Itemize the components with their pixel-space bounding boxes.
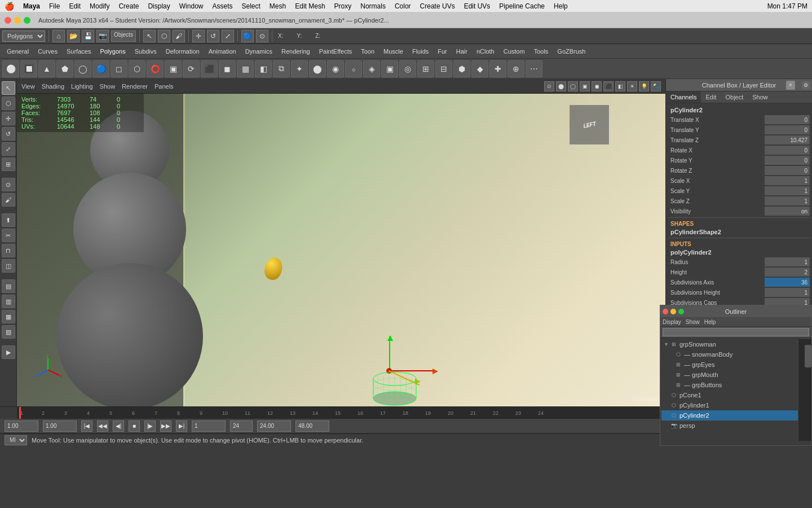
move-icon[interactable]: ✛: [192, 30, 205, 42]
vp-light-1[interactable]: ☀: [627, 81, 637, 91]
rotate-tool[interactable]: ↺: [2, 127, 15, 141]
vp-menu-view[interactable]: View: [21, 83, 35, 90]
outliner-close[interactable]: [663, 309, 668, 314]
vp-tool-2[interactable]: ⬤: [556, 81, 566, 91]
menu-assets[interactable]: Assets: [212, 2, 232, 10]
render-tool[interactable]: ▶: [2, 345, 15, 359]
shelf-icon-5[interactable]: ◯: [74, 60, 91, 77]
camera-icon[interactable]: 📷: [96, 30, 109, 42]
bevel-tool[interactable]: ◫: [2, 259, 15, 273]
menu-mesh[interactable]: Mesh: [270, 2, 286, 10]
menu-edit-mesh[interactable]: Edit Mesh: [295, 2, 325, 10]
outliner-scrollbar-thumb[interactable]: [805, 345, 811, 367]
ol-item-grpmouth[interactable]: ⊞ — grpMouth: [661, 370, 810, 380]
minimize-button[interactable]: [14, 17, 21, 24]
soft-select-tool[interactable]: ⊙: [2, 178, 15, 191]
menu-create[interactable]: Create: [118, 2, 139, 10]
display-2-tool[interactable]: ▥: [2, 295, 15, 308]
vp-tool-1[interactable]: ⊙: [544, 81, 554, 91]
ch-value-sx[interactable]: [765, 176, 810, 185]
shelf-icon-14[interactable]: ▦: [237, 60, 254, 77]
lasso-tool[interactable]: ⬡: [2, 97, 15, 110]
ch-value-tz[interactable]: [765, 135, 810, 144]
paint-icon[interactable]: 🖌: [173, 30, 185, 42]
outliner-menu-show[interactable]: Show: [686, 319, 700, 325]
ol-item-grpbuttons[interactable]: ⊞ — grpButtons: [661, 380, 810, 390]
channel-box-settings[interactable]: ⚙: [802, 81, 810, 89]
menu-pipeline[interactable]: Pipeline Cache: [499, 2, 545, 10]
move-tool[interactable]: ✛: [2, 112, 15, 125]
tab-deformation[interactable]: Deformation: [161, 46, 204, 57]
menu-select[interactable]: Select: [242, 2, 261, 10]
shelf-icon-7[interactable]: ◻: [111, 60, 127, 77]
shelf-icon-26[interactable]: ⬢: [453, 60, 470, 77]
vp-tool-4[interactable]: ▣: [580, 81, 590, 91]
cb-tab-channels[interactable]: Channels: [666, 91, 701, 103]
display-4-tool[interactable]: ▧: [2, 325, 15, 339]
nav-cube[interactable]: LEFT: [570, 105, 609, 144]
menu-edit-uvs[interactable]: Edit UVs: [464, 2, 491, 10]
shelf-icon-25[interactable]: ⊟: [435, 60, 452, 77]
select-icon[interactable]: ↖: [143, 30, 156, 42]
shelf-icon-1[interactable]: ⚪: [2, 60, 19, 77]
shelf-icon-3[interactable]: ▲: [38, 60, 55, 77]
lasso-icon[interactable]: ⬡: [158, 30, 170, 42]
vp-tool-6[interactable]: ⬛: [603, 81, 614, 91]
scale-tool[interactable]: ⤢: [2, 142, 15, 156]
ch-value-vis[interactable]: [765, 207, 810, 216]
outliner-menu-display[interactable]: Display: [663, 319, 681, 325]
vp-tool-3[interactable]: ◯: [568, 81, 578, 91]
menu-color[interactable]: Color: [395, 2, 411, 10]
tab-general[interactable]: General: [2, 46, 33, 57]
ch-value-tx[interactable]: [765, 115, 810, 124]
ol-item-pcylinder1[interactable]: ⬡ pCylinder1: [661, 400, 810, 410]
vp-renderer-icon[interactable]: ◧: [615, 81, 625, 91]
script-mode-selector[interactable]: MEL: [5, 435, 27, 445]
shelf-icon-23[interactable]: ◎: [399, 60, 416, 77]
ch-value-subdiv-axis[interactable]: [765, 278, 810, 287]
open-icon[interactable]: 📂: [67, 30, 80, 42]
vp-light-3[interactable]: 🔦: [651, 81, 661, 91]
vp-menu-lighting[interactable]: Lighting: [71, 83, 93, 90]
outliner-menu-help[interactable]: Help: [704, 319, 716, 325]
objects-button[interactable]: Objects: [111, 30, 136, 42]
prev-frame-button[interactable]: |◀: [81, 421, 92, 432]
shelf-icon-17[interactable]: ✦: [291, 60, 308, 77]
extrude-tool[interactable]: ⬆: [2, 213, 15, 227]
paint-tool[interactable]: 🖌: [2, 193, 15, 207]
cb-tab-object[interactable]: Object: [721, 91, 748, 103]
ch-value-rx[interactable]: [765, 146, 810, 155]
shelf-icon-28[interactable]: ✚: [489, 60, 506, 77]
shelf-icon-2[interactable]: 🔲: [20, 60, 37, 77]
vp-menu-show[interactable]: Show: [100, 83, 116, 90]
vp-light-2[interactable]: 💡: [639, 81, 649, 91]
shelf-icon-13[interactable]: ◼: [219, 60, 236, 77]
home-icon[interactable]: ⌂: [52, 30, 65, 42]
ol-item-pcylinder2[interactable]: ⬡ pCylinder2: [661, 410, 810, 421]
ch-value-ry[interactable]: [765, 156, 810, 165]
close-button[interactable]: [5, 17, 11, 24]
shelf-icon-10[interactable]: ▣: [165, 60, 182, 77]
tab-fluids[interactable]: Fluids: [408, 46, 433, 57]
shelf-icon-16[interactable]: ⧉: [273, 60, 290, 77]
maximize-button[interactable]: [24, 17, 30, 24]
tab-animation[interactable]: Animation: [204, 46, 241, 57]
next-frame-button[interactable]: ▶|: [176, 421, 187, 432]
menu-proxy[interactable]: Proxy: [334, 2, 352, 10]
display-1-tool[interactable]: ▤: [2, 279, 15, 293]
shelf-icon-20[interactable]: ⬦: [345, 60, 362, 77]
shelf-icon-27[interactable]: ◆: [471, 60, 488, 77]
menu-create-uvs[interactable]: Create UVs: [420, 2, 455, 10]
menu-window[interactable]: Window: [179, 2, 204, 10]
stop-button[interactable]: ■: [129, 421, 140, 432]
app-name[interactable]: Maya: [23, 2, 40, 10]
menu-file[interactable]: File: [49, 2, 60, 10]
shelf-icon-18[interactable]: ⬤: [309, 60, 326, 77]
tab-hair[interactable]: Hair: [452, 46, 472, 57]
save-icon[interactable]: 💾: [82, 30, 94, 42]
outliner-maximize[interactable]: [678, 309, 684, 314]
ch-value-sz[interactable]: [765, 196, 810, 205]
menu-display[interactable]: Display: [148, 2, 170, 10]
timeline-track[interactable]: 1 2 3 4 5 6 7 8 9 10 11 12 13 14 15 16 1…: [17, 407, 665, 419]
vp-tool-5[interactable]: ◼: [592, 81, 602, 91]
